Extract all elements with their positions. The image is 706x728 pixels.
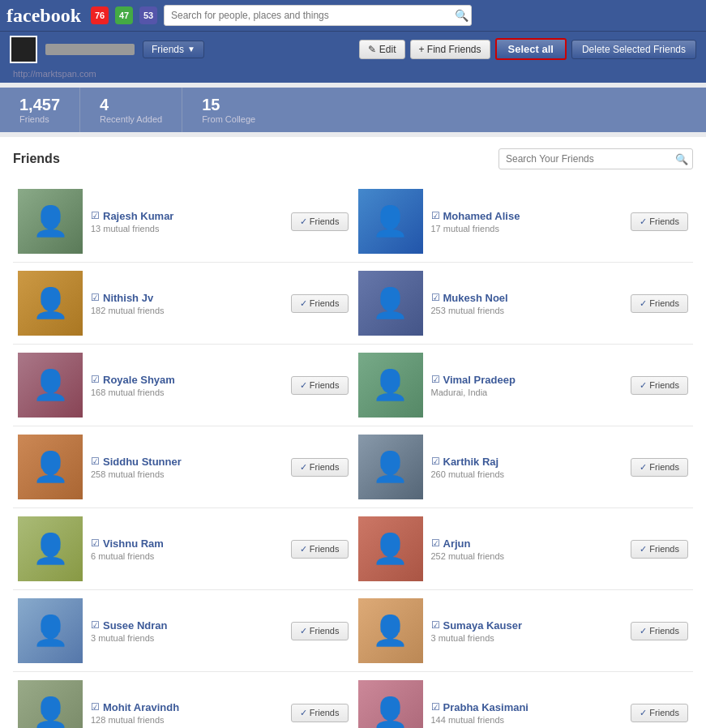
friend-name[interactable]: Prabha Kasimani [443,701,529,713]
friends-button-label: Friends [310,626,340,636]
friend-friends-button[interactable]: ✓ Friends [631,212,688,231]
friends-check-icon: ✓ [640,380,647,391]
top-navigation: facebook 76 47 53 🔍 [0,0,706,31]
friends-button-label: Friends [310,708,340,717]
friends-button-label: Friends [649,298,679,308]
check-icon: ☑ [431,374,440,385]
friend-photo: 👤 [18,598,83,663]
friend-item: 👤 ☑ Sumaya Kauser 3 mutual friends ✓ Fri… [353,590,694,672]
friend-friends-button[interactable]: ✓ Friends [631,622,688,640]
stat-from-college: 15 From College [182,88,275,132]
friend-photo: 👤 [18,189,83,254]
select-all-button[interactable]: Select all [495,38,567,60]
friends-check-icon: ✓ [300,626,307,636]
friends-check-icon: ✓ [640,544,647,555]
friends-check-icon: ✓ [300,708,307,718]
friend-name[interactable]: Arjun [443,537,471,550]
friend-friends-button[interactable]: ✓ Friends [291,212,349,231]
friend-info: ☑ Susee Ndran 3 mutual friends [91,619,283,643]
friend-name[interactable]: Mukesh Noel [443,292,508,304]
friends-check-icon: ✓ [640,708,647,718]
friend-friends-button[interactable]: ✓ Friends [291,540,349,559]
check-icon: ☑ [91,701,100,713]
check-icon: ☑ [431,619,440,631]
check-icon: ☑ [91,537,100,549]
friend-mutual: Madurai, India [431,388,623,397]
facebook-logo: facebook [6,5,81,27]
friend-mutual: 182 mutual friends [91,306,283,315]
friend-mutual: 253 mutual friends [431,306,623,315]
stat-friends: 1,457 Friends [0,88,80,132]
friend-mutual: 260 mutual friends [431,469,623,479]
friend-photo: 👤 [18,271,83,336]
avatar[interactable] [10,36,37,63]
friend-name[interactable]: Siddhu Stunner [103,456,182,468]
notification-badge-3[interactable]: 53 [139,6,157,24]
friend-name[interactable]: Mohit Aravindh [103,701,179,713]
friend-name[interactable]: Karthik Raj [443,456,499,468]
person-icon: 👤 [32,207,69,236]
find-friends-button[interactable]: + Find Friends [410,40,490,59]
friend-name-row: ☑ Arjun [431,537,623,550]
friend-mutual: 6 mutual friends [91,551,283,561]
friends-grid: 👤 ☑ Rajesh Kumar 13 mutual friends ✓ Fri… [13,181,693,728]
friend-name[interactable]: Mohamed Alise [443,210,520,222]
friend-info: ☑ Royale Shyam 168 mutual friends [91,374,283,397]
friend-name[interactable]: Sumaya Kauser [443,619,523,632]
friend-friends-button[interactable]: ✓ Friends [631,704,688,722]
friend-info: ☑ Prabha Kasimani 144 mutual friends [431,701,623,725]
friends-button-label: Friends [310,380,340,390]
check-icon: ☑ [431,210,440,221]
friend-name[interactable]: Nithish Jv [103,292,153,304]
check-icon: ☑ [91,619,100,631]
friends-check-icon: ✓ [640,216,647,227]
friend-photo: 👤 [358,516,423,581]
friends-button-label: Friends [310,298,340,308]
stat-recently-added-number: 4 [100,96,162,114]
friend-friends-button[interactable]: ✓ Friends [631,540,688,559]
person-icon: 👤 [32,370,69,400]
friend-item: 👤 ☑ Siddhu Stunner 258 mutual friends ✓ … [13,426,353,508]
notification-badge-2[interactable]: 47 [115,6,133,24]
friends-button-label: Friends [649,462,679,472]
friend-friends-button[interactable]: ✓ Friends [291,376,349,395]
friend-item: 👤 ☑ Mohit Aravindh 128 mutual friends ✓ … [13,672,353,728]
stat-from-college-number: 15 [202,96,255,114]
global-search-input[interactable] [164,5,472,26]
friend-friends-button[interactable]: ✓ Friends [631,376,688,395]
person-icon: 👤 [32,616,69,645]
friends-button-label: Friends [649,544,679,554]
friend-friends-button[interactable]: ✓ Friends [291,458,349,477]
friend-item: 👤 ☑ Susee Ndran 3 mutual friends ✓ Frien… [13,590,353,672]
friend-mutual: 3 mutual friends [91,633,283,643]
friend-friends-button[interactable]: ✓ Friends [631,458,688,477]
friend-friends-button[interactable]: ✓ Friends [631,294,688,313]
friend-name[interactable]: Royale Shyam [103,374,175,386]
stat-recently-added: 4 Recently Added [80,88,182,132]
friend-mutual: 258 mutual friends [91,469,283,479]
friend-photo: 👤 [358,680,423,728]
friend-friends-button[interactable]: ✓ Friends [291,704,349,722]
friends-search-input[interactable] [498,148,693,169]
friends-search-wrap: 🔍 [498,148,693,169]
profile-bar: Friends ▼ ✎ Edit + Find Friends Select a… [0,31,706,66]
friend-friends-button[interactable]: ✓ Friends [291,294,349,313]
person-icon: 👤 [372,616,409,645]
friend-name[interactable]: Vishnu Ram [103,537,164,550]
friend-name[interactable]: Rajesh Kumar [103,210,173,222]
delete-selected-button[interactable]: Delete Selected Friends [571,40,696,59]
friend-name-row: ☑ Mohit Aravindh [91,701,283,713]
friends-check-icon: ✓ [300,544,307,555]
friend-name[interactable]: Susee Ndran [103,619,167,632]
friend-friends-button[interactable]: ✓ Friends [291,622,349,640]
person-icon: 👤 [372,452,409,482]
friend-name-row: ☑ Vimal Pradeep [431,374,623,386]
notification-badge-1[interactable]: 76 [91,6,109,24]
friends-dropdown-button[interactable]: Friends ▼ [143,41,204,58]
chevron-down-icon: ▼ [187,45,195,54]
global-search-button[interactable]: 🔍 [455,9,469,22]
edit-button[interactable]: ✎ Edit [359,40,404,59]
friend-mutual: 144 mutual friends [431,715,623,725]
person-icon: 👤 [32,452,69,482]
friend-name[interactable]: Vimal Pradeep [443,374,516,386]
